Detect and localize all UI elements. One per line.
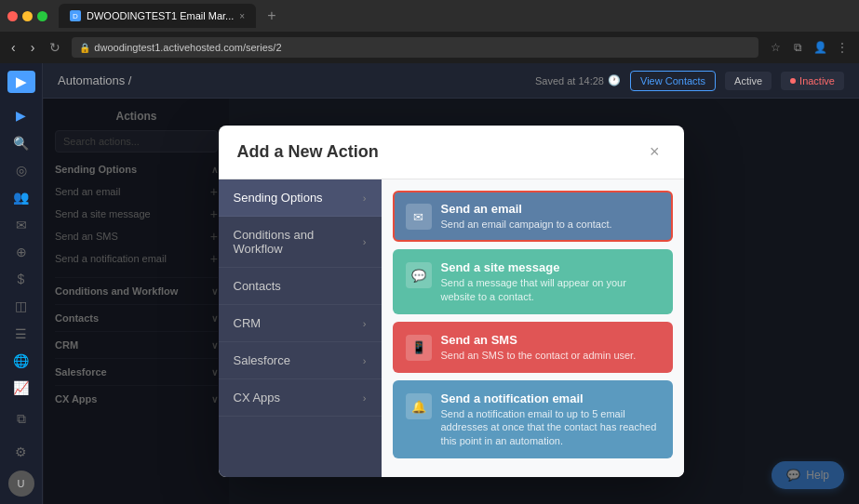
modal-menu-item-salesforce[interactable]: Salesforce ›	[219, 342, 382, 379]
reload-button[interactable]: ↻	[46, 38, 64, 57]
traffic-lights	[7, 11, 47, 21]
action-card-sms[interactable]: 📱 Send an SMS Send an SMS to the contact…	[393, 322, 673, 373]
address-bar[interactable]: 🔒 dwoodingtest1.activehosted.com/series/…	[72, 37, 758, 58]
site-message-icon: 💬	[406, 262, 432, 288]
tab-close-icon[interactable]: ×	[239, 11, 245, 21]
page-area: Add a New Action × Sending Options › Con…	[43, 99, 859, 504]
app: ▶ ▶ 🔍 ◎ 👥 ✉ ⊕ $ ◫ ☰ 🌐 📈 ⧉ ⚙ U Automation…	[0, 63, 859, 504]
inactive-label: Inactive	[799, 75, 835, 86]
modal-menu-item-sending[interactable]: Sending Options ›	[219, 179, 382, 217]
maximize-button[interactable]	[37, 11, 47, 21]
action-card-notification-title: Send a notification email	[441, 391, 660, 405]
sidebar-item-globe[interactable]: 🌐	[7, 349, 36, 372]
modal-menu-item-cxapps[interactable]: CX Apps ›	[219, 379, 382, 417]
modal-menu-item-crm[interactable]: CRM ›	[219, 305, 382, 342]
action-card-site-message-desc: Send a message that will appear on your …	[441, 276, 660, 303]
modal-overlay: Add a New Action × Sending Options › Con…	[43, 99, 859, 504]
tab-bar: D DWOODINGTEST1 Email Mar... × +	[0, 0, 859, 32]
sidebar-item-settings[interactable]: ⚙	[7, 437, 36, 467]
sidebar: ▶ ▶ 🔍 ◎ 👥 ✉ ⊕ $ ◫ ☰ 🌐 📈 ⧉ ⚙ U	[0, 63, 43, 504]
sidebar-item-contacts[interactable]: 👥	[7, 186, 36, 209]
modal-content-area: ✉ Send an email Send an email campaign t…	[382, 179, 684, 477]
breadcrumb: Automations /	[58, 73, 132, 87]
chevron-right-icon: ›	[363, 318, 367, 329]
sidebar-item-list[interactable]: ☰	[7, 322, 36, 345]
menu-item-label: Contacts	[234, 279, 281, 293]
chevron-right-icon: ›	[363, 392, 367, 404]
inactive-dot-icon	[790, 78, 796, 84]
address-text: dwoodingtest1.activehosted.com/series/2	[94, 42, 281, 53]
tab-label: DWOODINGTEST1 Email Mar...	[87, 10, 234, 21]
sidebar-bottom: ⧉ ⚙ U	[7, 404, 36, 497]
profile-icon[interactable]: 👤	[811, 38, 829, 57]
avatar[interactable]: U	[8, 471, 34, 497]
modal-body: Sending Options › Conditions and Workflo…	[219, 179, 684, 477]
tab-favicon: D	[70, 10, 81, 21]
lock-icon: 🔒	[79, 43, 90, 53]
minimize-button[interactable]	[22, 11, 33, 21]
modal-title: Add a New Action	[237, 142, 379, 162]
back-button[interactable]: ‹	[7, 38, 20, 57]
sidebar-item-search[interactable]: 🔍	[7, 131, 36, 154]
star-icon[interactable]: ☆	[766, 38, 785, 57]
chevron-right-icon: ›	[363, 355, 367, 366]
action-card-site-message[interactable]: 💬 Send a site message Send a message tha…	[393, 249, 673, 314]
new-tab-button[interactable]: +	[260, 6, 283, 26]
browser-chrome: D DWOODINGTEST1 Email Mar... × + ‹ › ↻ 🔒…	[0, 0, 859, 63]
menu-item-label: Sending Options	[234, 191, 323, 205]
nav-actions: ☆ ⧉ 👤 ⋮	[766, 38, 852, 57]
action-card-email-text: Send an email Send an email campaign to …	[441, 202, 660, 231]
sidebar-item-nav[interactable]: ▶	[7, 104, 36, 127]
action-card-site-message-title: Send a site message	[441, 260, 660, 274]
modal-close-button[interactable]: ×	[644, 140, 665, 164]
notification-icon: 🔔	[406, 393, 432, 419]
modal-header: Add a New Action ×	[219, 126, 684, 179]
action-card-site-message-text: Send a site message Send a message that …	[441, 260, 660, 303]
menu-item-label: CRM	[234, 316, 262, 330]
nav-bar: ‹ › ↻ 🔒 dwoodingtest1.activehosted.com/s…	[0, 32, 859, 63]
action-card-notification-desc: Send a notification email to up to 5 ema…	[441, 407, 660, 447]
action-card-sms-desc: Send an SMS to the contact or admin user…	[441, 349, 660, 362]
menu-item-label: Conditions and Workflow	[234, 228, 363, 256]
close-button[interactable]	[7, 11, 18, 21]
chevron-right-icon: ›	[363, 236, 367, 247]
chevron-right-icon: ›	[363, 192, 367, 204]
sidebar-item-email[interactable]: ✉	[7, 213, 36, 236]
action-card-sms-title: Send an SMS	[441, 333, 660, 347]
action-card-notification-text: Send a notification email Send a notific…	[441, 391, 660, 447]
sidebar-item-activity[interactable]: ⊕	[7, 240, 36, 263]
sidebar-item-location[interactable]: ◎	[7, 158, 36, 181]
modal-menu: Sending Options › Conditions and Workflo…	[219, 179, 382, 477]
top-bar: Automations / Saved at 14:28 🕐 View Cont…	[43, 63, 859, 99]
menu-item-label: Salesforce	[234, 353, 290, 367]
action-card-email-desc: Send an email campaign to a contact.	[441, 218, 660, 231]
refresh-icon: 🕐	[608, 74, 621, 86]
active-tab[interactable]: D DWOODINGTEST1 Email Mar... ×	[59, 4, 256, 28]
action-card-email-title: Send an email	[441, 202, 660, 216]
top-bar-right: Saved at 14:28 🕐 View Contacts Active In…	[535, 71, 844, 91]
action-card-notification[interactable]: 🔔 Send a notification email Send a notif…	[393, 380, 673, 458]
sidebar-item-copy[interactable]: ⧉	[7, 404, 36, 433]
modal-menu-item-contacts[interactable]: Contacts	[219, 268, 382, 305]
active-button[interactable]: Active	[725, 72, 772, 90]
forward-button[interactable]: ›	[27, 38, 39, 57]
extensions-icon[interactable]: ⧉	[788, 38, 807, 57]
saved-text: Saved at 14:28 🕐	[535, 74, 621, 86]
modal: Add a New Action × Sending Options › Con…	[219, 126, 684, 477]
action-card-sms-text: Send an SMS Send an SMS to the contact o…	[441, 333, 660, 362]
sms-icon: 📱	[406, 335, 432, 361]
sidebar-logo: ▶	[7, 71, 35, 93]
sidebar-item-dollar[interactable]: $	[7, 268, 36, 291]
main-content: Automations / Saved at 14:28 🕐 View Cont…	[43, 63, 859, 504]
sidebar-item-chart[interactable]: 📈	[7, 377, 36, 400]
menu-icon[interactable]: ⋮	[833, 38, 852, 57]
inactive-button[interactable]: Inactive	[781, 72, 844, 90]
email-icon: ✉	[406, 204, 432, 230]
action-card-email[interactable]: ✉ Send an email Send an email campaign t…	[393, 191, 673, 242]
view-contacts-button[interactable]: View Contacts	[630, 71, 716, 91]
modal-menu-item-conditions[interactable]: Conditions and Workflow ›	[219, 217, 382, 268]
menu-item-label: CX Apps	[234, 391, 281, 405]
sidebar-item-reports[interactable]: ◫	[7, 295, 36, 318]
